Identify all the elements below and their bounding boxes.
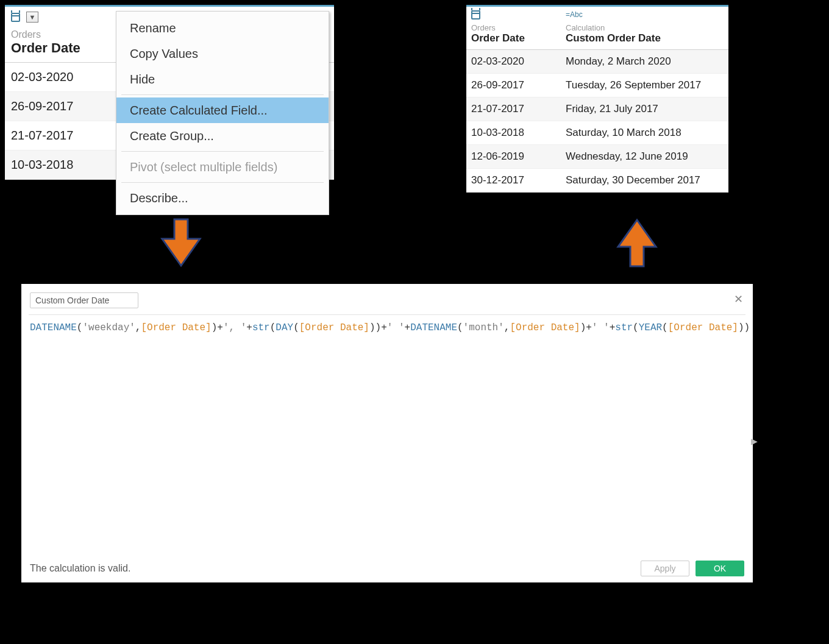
calc-name-input[interactable] — [30, 292, 138, 308]
arrow-down-icon — [160, 217, 202, 269]
column-field-name[interactable]: Order Date — [5, 40, 121, 63]
menu-rename[interactable]: Rename — [116, 15, 329, 41]
cell[interactable]: 21-07-2017 — [5, 121, 121, 150]
calculated-field-editor: ✕ DATENAME('weekday',[Order Date])+', '+… — [21, 284, 753, 582]
cell[interactable]: Saturday, 10 March 2018 — [561, 121, 728, 144]
ok-button[interactable]: OK — [696, 561, 744, 576]
cell[interactable]: Saturday, 30 December 2017 — [561, 168, 728, 192]
data-grid-left: ▼ =Abc Orders Order Date 02-03-2020 26-0… — [5, 5, 334, 180]
cell[interactable]: Tuesday, 26 September 2017 — [561, 73, 728, 97]
cell[interactable]: 21-07-2017 — [466, 97, 561, 121]
calc-type-icon: =Abc — [566, 10, 583, 19]
column-source: Orders — [466, 23, 561, 32]
close-icon[interactable]: ✕ — [734, 294, 743, 305]
date-type-icon — [471, 10, 480, 19]
formula-editor[interactable]: DATENAME('weekday',[Order Date])+', '+st… — [21, 315, 753, 341]
menu-create-calculated-field[interactable]: Create Calculated Field... — [116, 97, 329, 123]
cell[interactable]: 02-03-2020 — [466, 49, 561, 73]
column-source: Orders — [5, 28, 121, 40]
column-field-name[interactable]: Order Date — [466, 32, 561, 50]
menu-create-group[interactable]: Create Group... — [116, 123, 329, 149]
field-context-menu: Rename Copy Values Hide Create Calculate… — [116, 11, 329, 215]
cell[interactable]: 12-06-2019 — [466, 144, 561, 168]
data-grid-right: =Abc Orders Calculation Order Date Custo… — [466, 5, 728, 193]
menu-hide[interactable]: Hide — [116, 66, 329, 92]
field-menu-button[interactable]: ▼ — [26, 12, 38, 23]
date-type-icon — [11, 13, 20, 22]
cell[interactable]: 26-09-2017 — [5, 91, 121, 121]
cell[interactable]: 30-12-2017 — [466, 168, 561, 192]
cell[interactable]: 26-09-2017 — [466, 73, 561, 97]
expand-handle-icon[interactable]: ▶ — [751, 436, 758, 446]
column-source: Calculation — [561, 23, 728, 32]
cell[interactable]: 10-03-2018 — [5, 150, 121, 179]
menu-pivot: Pivot (select multiple fields) — [116, 154, 329, 180]
column-field-name[interactable]: Custom Order Date — [561, 32, 728, 50]
menu-describe[interactable]: Describe... — [116, 185, 329, 211]
apply-button[interactable]: Apply — [641, 561, 689, 576]
cell[interactable]: Monday, 2 March 2020 — [561, 49, 728, 73]
cell[interactable]: Friday, 21 July 2017 — [561, 97, 728, 121]
cell[interactable]: 10-03-2018 — [466, 121, 561, 144]
cell[interactable]: Wednesday, 12 June 2019 — [561, 144, 728, 168]
arrow-up-icon — [616, 217, 658, 269]
calc-status: The calculation is valid. — [30, 563, 635, 574]
menu-copy-values[interactable]: Copy Values — [116, 41, 329, 66]
cell[interactable]: 02-03-2020 — [5, 62, 121, 91]
